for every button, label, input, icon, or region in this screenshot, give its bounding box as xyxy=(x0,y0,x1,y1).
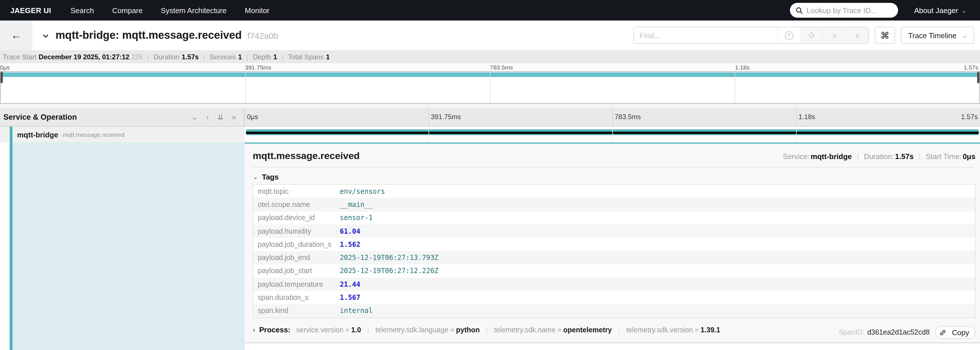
timeline-ruler: 0μs391.75ms783.5ms1.18s1.57s xyxy=(245,108,980,126)
total-spans-label: Total Spans xyxy=(288,53,323,61)
search-icon xyxy=(796,6,803,14)
find-input[interactable] xyxy=(634,27,777,43)
nav-item-monitor[interactable]: Monitor xyxy=(245,6,269,14)
timeline-tick-label: 783.5ms xyxy=(612,113,641,121)
expand-all-icon[interactable]: » xyxy=(232,113,236,121)
tags-section-toggle[interactable]: ⌄ Tags xyxy=(253,173,975,181)
process-equals: = xyxy=(695,326,699,334)
timeline-tick-label: 0μs xyxy=(0,64,10,71)
tag-key: payload.device_id xyxy=(253,214,340,222)
chevron-right-icon: › xyxy=(253,326,255,334)
summary-separator: | xyxy=(147,53,149,61)
process-key: service.version xyxy=(296,326,344,334)
focus-match-button[interactable] xyxy=(800,27,823,43)
tag-row[interactable]: payload.job_start2025-12-19T06:27:12.226… xyxy=(253,264,975,278)
band-gap xyxy=(0,104,980,108)
process-value: python xyxy=(456,326,479,334)
tag-value: 61.04 xyxy=(340,227,360,235)
tags-section-title: Tags xyxy=(262,173,278,181)
shortcuts-button[interactable]: ⌘ xyxy=(875,27,895,44)
jaeger-trace-page: JAEGER UI SearchCompareSystem Architectu… xyxy=(0,0,980,350)
back-arrow-icon: ← xyxy=(11,29,22,42)
timeline-gridline xyxy=(612,108,613,126)
process-separator: | xyxy=(618,326,620,334)
timeline-minimap[interactable] xyxy=(0,71,980,104)
process-value: 1.39.1 xyxy=(700,326,721,334)
chevron-up-icon: ∧ xyxy=(832,31,837,40)
about-jaeger-menu[interactable]: About Jaeger ⌄ xyxy=(914,6,966,14)
minimap-tick-labels: 0μs391.75ms783.5ms1.18s1.57s xyxy=(0,63,980,71)
tag-key: mqtt.topic xyxy=(253,187,340,195)
collapse-controls: ⌄ › ⇊ » xyxy=(191,113,236,121)
meta-separator: | xyxy=(857,152,859,161)
service-operation-header: Service & Operation ⌄ › ⇊ » xyxy=(0,108,245,126)
tag-key: payload.job_duration_s xyxy=(253,241,340,249)
tag-value: 1.567 xyxy=(340,294,360,302)
next-match-button[interactable]: ∨ xyxy=(846,27,869,43)
tag-row[interactable]: payload.humidity61.04 xyxy=(253,225,975,238)
span-detail-header: mqtt.message.received Service:mqtt-bridg… xyxy=(253,146,975,168)
command-icon: ⌘ xyxy=(880,30,889,41)
process-item: telemetry.sdk.language=python xyxy=(375,326,480,334)
timeline-tick-label: 1.57s xyxy=(964,64,978,71)
copy-group: Copy xyxy=(935,326,975,339)
services-label: Services xyxy=(210,53,236,61)
tag-row[interactable]: payload.job_end2025-12-19T06:27:13.793Z xyxy=(253,251,975,264)
detail-left-column xyxy=(0,142,245,350)
nav-item-system-architecture[interactable]: System Architecture xyxy=(161,6,226,14)
tag-row[interactable]: span.kindinternal xyxy=(253,304,975,318)
timeline-gridline xyxy=(735,72,735,103)
tag-row[interactable]: otel.scope.name__main__ xyxy=(253,198,975,211)
tag-value: __main__ xyxy=(340,201,373,209)
trace-view-selector[interactable]: Trace Timeline ⌄ xyxy=(901,27,974,44)
service-color-bar xyxy=(10,126,13,142)
timeline-gridline xyxy=(245,72,246,103)
trace-start-value: December 19 2025, 01:27:12.226 xyxy=(39,53,143,61)
collapse-deep-icon[interactable]: ⇊ xyxy=(217,113,224,121)
tag-value: env/sensors xyxy=(340,187,385,195)
tag-value: 21.44 xyxy=(340,280,360,288)
minimap-left-scrubber[interactable] xyxy=(0,72,3,83)
meta-separator: | xyxy=(919,152,921,161)
trace-lookup-search[interactable]: Lookup by Trace ID... xyxy=(790,3,898,18)
timeline-gridline xyxy=(612,126,613,142)
process-items: service.version=1.0|telemetry.sdk.langua… xyxy=(296,326,721,334)
summary-separator: | xyxy=(282,53,283,61)
copy-spanid-button[interactable]: Copy xyxy=(950,328,975,337)
timeline-tick-label: 1.18s xyxy=(735,64,749,71)
back-button[interactable]: ← xyxy=(0,21,32,50)
span-row-timeline[interactable] xyxy=(245,126,980,142)
detail-duration-label: Duration: xyxy=(864,152,894,161)
expand-one-icon[interactable]: › xyxy=(206,113,209,121)
detail-duration-value: 1.57s xyxy=(895,152,914,161)
depth-label: Depth xyxy=(253,53,271,61)
app-brand[interactable]: JAEGER UI xyxy=(10,6,51,14)
process-title: Process: xyxy=(259,326,291,334)
trace-header-controls: ? ∧ ∨ ⌘ Trace Timeline ⌄ xyxy=(633,27,974,44)
tag-row[interactable]: mqtt.topicenv/sensors xyxy=(253,185,975,198)
collapse-all-icon[interactable]: ⌄ xyxy=(191,113,198,121)
top-nav: JAEGER UI SearchCompareSystem Architectu… xyxy=(0,0,980,21)
duration-value: 1.57s xyxy=(181,53,199,61)
tag-row[interactable]: payload.job_duration_s1.562 xyxy=(253,238,975,251)
nav-item-search[interactable]: Search xyxy=(70,6,94,14)
nav-item-compare[interactable]: Compare xyxy=(112,6,143,14)
timeline-gridline xyxy=(796,108,797,126)
span-row-name-column[interactable]: mqtt-bridge mqtt.message.received xyxy=(0,126,245,142)
tags-table: mqtt.topicenv/sensorsotel.scope.name__ma… xyxy=(253,184,975,318)
span-row[interactable]: mqtt-bridge mqtt.message.received xyxy=(0,126,980,142)
nav-menu: SearchCompareSystem ArchitectureMonitor xyxy=(62,6,278,14)
deep-link-button[interactable] xyxy=(935,327,950,338)
span-detail-card: mqtt.message.received Service:mqtt-bridg… xyxy=(245,142,980,343)
process-value: 1.0 xyxy=(351,326,361,334)
tag-key: span.duration_s xyxy=(253,294,340,302)
tag-row[interactable]: span.duration_s1.567 xyxy=(253,291,975,304)
tag-row[interactable]: payload.device_idsensor-1 xyxy=(253,211,975,225)
trace-header-collapse-toggle[interactable]: ⌄ xyxy=(40,27,51,40)
find-help-button[interactable]: ? xyxy=(777,27,800,43)
process-separator: | xyxy=(486,326,488,334)
minimap-right-scrubber[interactable] xyxy=(977,72,980,83)
detail-start-value: 0μs xyxy=(963,152,975,161)
prev-match-button[interactable]: ∧ xyxy=(823,27,846,43)
tag-row[interactable]: payload.temperature21.44 xyxy=(253,278,975,291)
